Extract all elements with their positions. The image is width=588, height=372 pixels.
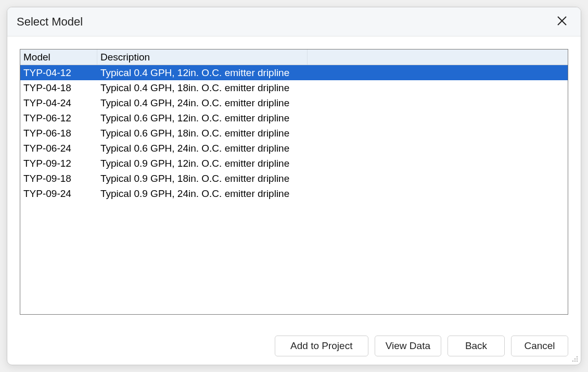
- svg-point-2: [577, 356, 578, 357]
- cell-model: TYP-04-12: [20, 67, 97, 79]
- svg-point-3: [574, 358, 576, 359]
- table-row[interactable]: TYP-06-18Typical 0.6 GPH, 18in. O.C. emi…: [20, 126, 568, 141]
- column-header-description[interactable]: Description: [97, 49, 308, 65]
- cell-description: Typical 0.9 GPH, 18in. O.C. emitter drip…: [97, 173, 289, 184]
- resize-grip[interactable]: [570, 354, 579, 363]
- model-table: Model Description TYP-04-12Typical 0.4 G…: [20, 49, 568, 315]
- column-header-model[interactable]: Model: [20, 49, 97, 65]
- table-row[interactable]: TYP-06-24Typical 0.6 GPH, 24in. O.C. emi…: [20, 141, 568, 156]
- dialog-title: Select Model: [17, 15, 83, 29]
- cancel-button[interactable]: Cancel: [511, 336, 568, 356]
- cell-description: Typical 0.9 GPH, 12in. O.C. emitter drip…: [97, 158, 289, 169]
- table-row[interactable]: TYP-09-12Typical 0.9 GPH, 12in. O.C. emi…: [20, 156, 568, 171]
- close-icon: [557, 16, 567, 28]
- cell-model: TYP-06-12: [20, 113, 97, 124]
- table-header-row: Model Description: [20, 49, 568, 65]
- svg-point-6: [574, 361, 576, 362]
- dialog-header: Select Model: [7, 7, 581, 36]
- svg-point-5: [572, 361, 573, 362]
- cell-model: TYP-04-18: [20, 82, 97, 94]
- cell-model: TYP-06-24: [20, 143, 97, 154]
- cell-description: Typical 0.6 GPH, 18in. O.C. emitter drip…: [97, 128, 289, 139]
- cell-description: Typical 0.9 GPH, 24in. O.C. emitter drip…: [97, 188, 289, 200]
- cell-description: Typical 0.6 GPH, 24in. O.C. emitter drip…: [97, 143, 289, 154]
- cell-model: TYP-06-18: [20, 128, 97, 139]
- svg-point-4: [577, 358, 578, 359]
- cell-description: Typical 0.4 GPH, 24in. O.C. emitter drip…: [97, 97, 289, 109]
- cell-model: TYP-04-24: [20, 97, 97, 109]
- add-to-project-button[interactable]: Add to Project: [275, 336, 368, 356]
- select-model-dialog: Select Model Model Description TYP-04-12…: [7, 7, 581, 365]
- table-row[interactable]: TYP-04-18Typical 0.4 GPH, 18in. O.C. emi…: [20, 80, 568, 95]
- cell-description: Typical 0.6 GPH, 12in. O.C. emitter drip…: [97, 113, 289, 124]
- table-row[interactable]: TYP-04-24Typical 0.4 GPH, 24in. O.C. emi…: [20, 95, 568, 110]
- cell-description: Typical 0.4 GPH, 12in. O.C. emitter drip…: [97, 67, 289, 79]
- svg-point-7: [577, 361, 578, 362]
- table-row[interactable]: TYP-06-12Typical 0.6 GPH, 12in. O.C. emi…: [20, 110, 568, 126]
- table-row[interactable]: TYP-09-18Typical 0.9 GPH, 18in. O.C. emi…: [20, 171, 568, 186]
- cell-model: TYP-09-24: [20, 188, 97, 200]
- dialog-footer: Add to Project View Data Back Cancel: [7, 327, 581, 365]
- resize-grip-icon: [570, 355, 579, 364]
- cell-description: Typical 0.4 GPH, 18in. O.C. emitter drip…: [97, 82, 289, 94]
- table-row[interactable]: TYP-09-24Typical 0.9 GPH, 24in. O.C. emi…: [20, 186, 568, 201]
- dialog-body: Model Description TYP-04-12Typical 0.4 G…: [7, 36, 581, 327]
- table-body: TYP-04-12Typical 0.4 GPH, 12in. O.C. emi…: [20, 65, 568, 201]
- close-button[interactable]: [553, 13, 571, 31]
- view-data-button[interactable]: View Data: [375, 336, 441, 356]
- cell-model: TYP-09-12: [20, 158, 97, 169]
- cell-model: TYP-09-18: [20, 173, 97, 184]
- back-button[interactable]: Back: [448, 336, 505, 356]
- table-row[interactable]: TYP-04-12Typical 0.4 GPH, 12in. O.C. emi…: [20, 65, 568, 80]
